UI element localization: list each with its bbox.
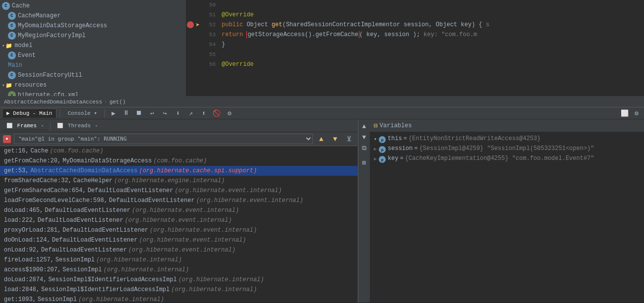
thread-select-area: ● "main"@1 in group "main": RUNNING ▲ ▼ …	[0, 132, 357, 146]
frame-item[interactable]: load:222, DefaultLoadEventListener (org.…	[0, 215, 357, 225]
breadcrumb-item: AbstractCachedDomainDataAccess	[4, 99, 102, 105]
tree-label: Main	[8, 62, 22, 69]
tree-label: resources	[14, 82, 47, 89]
thread-select[interactable]: "main"@1 in group "main": RUNNING	[14, 134, 313, 144]
variables-list: ▾pthis = {EntityNonStrictReadWriteAccess…	[370, 132, 644, 303]
tree-label: model	[14, 42, 32, 49]
tree-item[interactable]: ▾📁model	[0, 41, 186, 50]
btn-side-up[interactable]: ▲	[359, 121, 369, 131]
breakpoint-marker	[187, 21, 194, 28]
variable-item[interactable]: ▶pkey = {CacheKeyImplementation@4255} "c…	[370, 154, 644, 164]
btn-settings[interactable]: ⚙	[224, 108, 235, 118]
frame-item[interactable]: get:53, AbstractCachedDomainDataAccess (…	[0, 166, 357, 176]
tree-label: Cache	[12, 2, 30, 9]
tree-label: SessionFactoryUtil	[18, 72, 82, 79]
btn-restore[interactable]: ⬜	[619, 108, 630, 118]
frame-item[interactable]: doLoad:465, DefaultLoadEventListener (or…	[0, 205, 357, 215]
debug-panel-wrapper: ▶ Debug - Main Console ▾ ▶ ⏸ ⏹ ↩ ↪ ⬇ ↗ ⬆…	[0, 107, 644, 303]
tab-frames[interactable]: ⬜ Frames ▾	[2, 121, 48, 130]
file-tree: CCacheCCacheManagerCMyDomainDataStorageA…	[0, 0, 186, 96]
code-line: 54 }	[186, 40, 644, 50]
frame-item[interactable]: get:1093, SessionImpl (org.hibernate.int…	[0, 295, 357, 303]
btn-step-over[interactable]: ↩	[147, 108, 158, 118]
tree-item[interactable]: CCacheManager	[0, 11, 186, 21]
btn-step-out[interactable]: ↗	[185, 108, 196, 118]
tree-item[interactable]: Main	[0, 60, 186, 70]
variables-header: ⊟ Variables	[370, 119, 644, 132]
frame-item[interactable]: doOnLoad:124, DefaultLoadEventListener (…	[0, 235, 357, 245]
frame-item[interactable]: get:16, Cache (com.foo.cache)	[0, 146, 357, 156]
btn-run-to-cursor[interactable]: ⬆	[198, 108, 209, 118]
frame-item[interactable]: load:2848, SessionImpl$IdentifierLoadAcc…	[0, 285, 357, 295]
tree-item[interactable]: CCache	[0, 1, 186, 11]
btn-mute-breakpoints[interactable]: 🚫	[211, 108, 222, 118]
btn-resume[interactable]: ▶	[108, 108, 119, 118]
btn-down-frame[interactable]: ▼	[330, 134, 341, 145]
tree-label: MyRegionFactoryImpl	[18, 32, 86, 39]
code-area: CCacheCCacheManagerCMyDomainDataStorageA…	[0, 0, 644, 97]
frames-panel: ⬜ Frames ▾ ⬜ Threads ▾ ● "main"@1 i	[0, 119, 358, 303]
frame-item[interactable]: fromSharedCache:32, CacheHelper (org.hib…	[0, 176, 357, 186]
debug-toolbar: ▶ Debug - Main Console ▾ ▶ ⏸ ⏹ ↩ ↪ ⬇ ↗ ⬆…	[0, 107, 644, 119]
breadcrumb-item: get()	[110, 99, 126, 105]
btn-side-action[interactable]: ⊞	[359, 158, 369, 168]
frames-toolbar: ⬜ Frames ▾ ⬜ Threads ▾	[0, 119, 357, 132]
tree-label: CacheManager	[18, 12, 60, 19]
frame-item[interactable]: loadFromSecondLevelCache:598, DefaultLoa…	[0, 196, 357, 205]
code-line: 56@Override	[186, 59, 644, 69]
tree-label: MyDomainDataStorageAccess	[18, 22, 107, 29]
breadcrumb: AbstractCachedDomainDataAccess › get()	[0, 97, 644, 107]
frame-item[interactable]: doLoad:2874, SessionImpl$IdentifierLoadA…	[0, 275, 357, 285]
tab-threads[interactable]: ⬜ Threads ▾	[53, 121, 102, 130]
thread-status-icon: ●	[3, 135, 11, 143]
frames-list: get:16, Cache (com.foo.cache)getFromCach…	[0, 146, 357, 303]
btn-filter[interactable]: ⊻	[344, 134, 354, 145]
tab-debug[interactable]: ▶ Debug - Main	[2, 108, 57, 118]
code-line: 50	[186, 0, 644, 10]
variable-item[interactable]: ▾pthis = {EntityNonStrictReadWriteAccess…	[370, 134, 644, 144]
tree-label: hibernate.cfg.xml	[18, 92, 78, 96]
tree-item[interactable]: CEvent	[0, 50, 186, 60]
variables-panel: ⊟ Variables ▾pthis = {EntityNonStrictRea…	[370, 119, 644, 303]
btn-up-frame[interactable]: ▲	[316, 134, 327, 145]
tree-item[interactable]: CSessionFactoryUtil	[0, 70, 186, 80]
tree-item[interactable]: CMyDomainDataStorageAccess	[0, 21, 186, 31]
btn-stop[interactable]: ⏹	[134, 108, 145, 118]
frame-item[interactable]: access$1900:207, SessionImpl (org.hibern…	[0, 265, 357, 275]
code-line: 53 return getStorageAccess().getFromCach…	[186, 30, 644, 40]
btn-pause[interactable]: ⏸	[121, 108, 132, 118]
code-line: 51@Override	[186, 10, 644, 20]
frame-item[interactable]: getFromSharedCache:654, DefaultLoadEvent…	[0, 186, 357, 196]
side-toolbar: ▲ ▼ ⧉ ⊞	[358, 119, 370, 303]
var-type-icon: p	[379, 136, 386, 143]
code-line: ➤52 public Object get(SharedSessionContr…	[186, 20, 644, 30]
btn-gear[interactable]: ⚙	[631, 108, 642, 118]
variable-item[interactable]: ▶psession = {SessionImpl@4259} "SessionI…	[370, 144, 644, 154]
frame-item[interactable]: proxyOrLoad:281, DefaultLoadEventListene…	[0, 225, 357, 235]
variables-title: Variables	[380, 122, 412, 129]
variables-icon: ⊟	[374, 122, 378, 130]
tree-label: Event	[18, 52, 36, 59]
tab-console[interactable]: Console ▾	[63, 108, 101, 118]
var-type-icon: p	[379, 146, 386, 153]
var-type-icon: p	[379, 156, 386, 163]
btn-side-down[interactable]: ▼	[359, 132, 369, 142]
tree-item[interactable]: Xhibernate.cfg.xml	[0, 90, 186, 96]
code-editor: 5051@Override➤52 public Object get(Share…	[186, 0, 644, 96]
tree-item[interactable]: CMyRegionFactoryImpl	[0, 31, 186, 41]
btn-step-down[interactable]: ⬇	[173, 108, 183, 118]
frame-item[interactable]: onLoad:92, DefaultLoadEventListener (org…	[0, 245, 357, 255]
frame-item[interactable]: getFromCache:20, MyDomainDataStorageAcce…	[0, 156, 357, 166]
current-line-arrow: ➤	[196, 21, 200, 29]
btn-side-copy[interactable]: ⧉	[359, 143, 369, 153]
code-line: 55	[186, 50, 644, 59]
tree-item[interactable]: ▾📁resources	[0, 80, 186, 90]
debug-main-panel: ⬜ Frames ▾ ⬜ Threads ▾ ● "main"@1 i	[0, 119, 644, 303]
frame-item[interactable]: fireLoad:1257, SessionImpl (org.hibernat…	[0, 255, 357, 265]
btn-step-into[interactable]: ↪	[160, 108, 171, 118]
